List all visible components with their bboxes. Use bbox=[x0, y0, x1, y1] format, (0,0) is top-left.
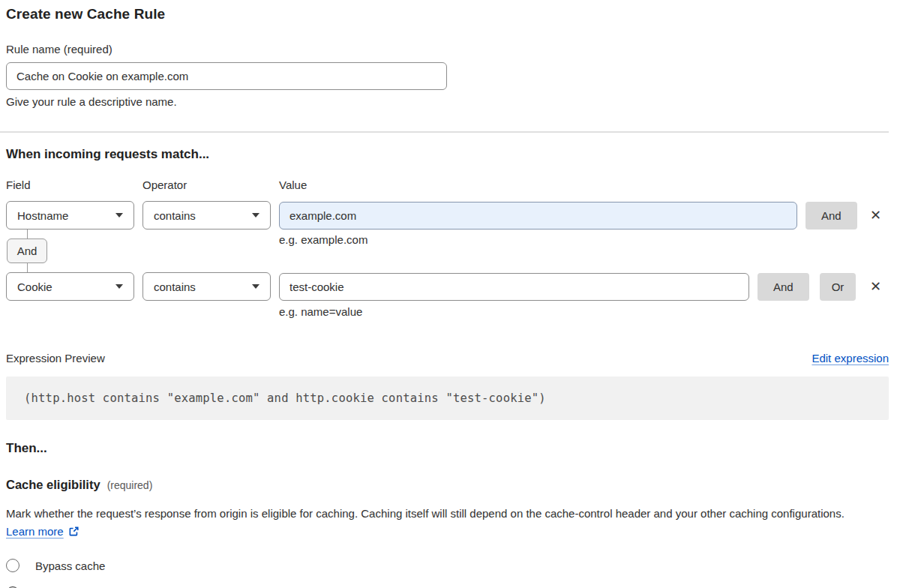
rule-name-input[interactable] bbox=[6, 62, 447, 90]
remove-condition-button-1[interactable]: ✕ bbox=[867, 207, 884, 224]
edit-expression-link[interactable]: Edit expression bbox=[812, 352, 889, 364]
close-icon: ✕ bbox=[870, 207, 881, 223]
radio-unselected-icon[interactable] bbox=[6, 559, 20, 572]
value-input-1[interactable] bbox=[279, 202, 797, 230]
field-select-1[interactable]: Hostname bbox=[6, 201, 134, 230]
cache-eligibility-header: Cache eligibility (required) bbox=[6, 478, 889, 492]
match-heading: When incoming requests match... bbox=[6, 147, 889, 162]
value-hint-1: e.g. example.com bbox=[279, 233, 368, 246]
operator-select-2[interactable]: contains bbox=[142, 272, 271, 301]
close-icon: ✕ bbox=[870, 278, 881, 294]
chevron-down-icon bbox=[252, 284, 260, 289]
external-link-icon bbox=[68, 526, 80, 537]
and-connector-badge[interactable]: And bbox=[7, 238, 47, 263]
operator-select-1[interactable]: contains bbox=[142, 201, 271, 230]
add-and-condition-button-1[interactable]: And bbox=[806, 202, 857, 230]
learn-more-link[interactable]: Learn more bbox=[6, 525, 64, 538]
section-divider bbox=[0, 131, 889, 133]
create-cache-rule-form: Create new Cache Rule Rule name (require… bbox=[0, 0, 900, 588]
expression-preview-header: Expression Preview Edit expression bbox=[6, 352, 889, 364]
condition-column-labels: Field Operator Value bbox=[6, 178, 889, 191]
operator-select-1-value: contains bbox=[154, 209, 196, 222]
field-select-2-value: Cookie bbox=[17, 280, 52, 293]
chevron-down-icon bbox=[116, 213, 123, 218]
rule-name-label: Rule name (required) bbox=[6, 43, 889, 56]
connector-band: e.g. example.com And bbox=[6, 230, 889, 272]
expression-code: (http.host contains "example.com" and ht… bbox=[24, 392, 546, 405]
operator-column-label: Operator bbox=[142, 178, 279, 191]
chevron-down-icon bbox=[252, 213, 260, 218]
value-hint-2: e.g. name=value bbox=[279, 305, 889, 318]
value-input-2[interactable] bbox=[279, 273, 749, 301]
condition-row-1: Hostname contains And ✕ bbox=[6, 201, 889, 230]
description-text: Mark whether the request’s response from… bbox=[6, 507, 844, 520]
then-heading: Then... bbox=[6, 441, 889, 456]
condition-row-2: Cookie contains And Or ✕ bbox=[6, 272, 889, 301]
expression-preview-label: Expression Preview bbox=[6, 352, 105, 364]
remove-condition-button-2[interactable]: ✕ bbox=[867, 278, 884, 295]
add-or-condition-button-2[interactable]: Or bbox=[820, 273, 856, 301]
rule-name-helper: Give your rule a descriptive name. bbox=[6, 95, 889, 108]
chevron-down-icon bbox=[116, 284, 123, 289]
field-column-label: Field bbox=[6, 178, 142, 191]
connector-line bbox=[27, 263, 28, 272]
radio-label-bypass-cache: Bypass cache bbox=[35, 560, 105, 572]
operator-select-2-value: contains bbox=[154, 280, 196, 293]
connector-line bbox=[27, 230, 28, 238]
expression-code-block: (http.host contains "example.com" and ht… bbox=[6, 376, 889, 420]
cache-eligibility-title: Cache eligibility bbox=[6, 478, 100, 492]
required-note: (required) bbox=[107, 479, 153, 491]
radio-option-bypass-cache[interactable]: Bypass cache bbox=[6, 559, 889, 572]
field-select-2[interactable]: Cookie bbox=[6, 272, 134, 301]
add-and-condition-button-2[interactable]: And bbox=[758, 273, 809, 301]
page-title: Create new Cache Rule bbox=[6, 6, 889, 22]
cache-eligibility-description: Mark whether the request’s response from… bbox=[6, 505, 876, 541]
field-select-1-value: Hostname bbox=[17, 209, 68, 222]
value-column-label: Value bbox=[279, 178, 307, 191]
